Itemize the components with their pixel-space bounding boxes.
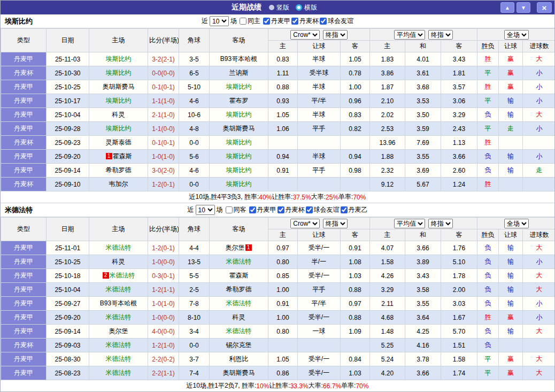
team-name: 科灵 — [233, 313, 245, 321]
goals-result-cell: 小 — [523, 297, 555, 311]
league-filter[interactable]: 球会友谊 — [306, 205, 340, 214]
league-checkbox[interactable] — [263, 18, 270, 25]
layout-horizontal-radio[interactable]: 横版 — [296, 3, 317, 12]
odds-home-cell: 0.85 — [268, 269, 298, 283]
league-filter[interactable]: 丹麦甲 — [263, 17, 290, 26]
sub-avg-draw: 和 — [405, 229, 441, 241]
avg-home-cell: 4.20 — [370, 366, 405, 380]
odds-home-cell: 1.06 — [268, 122, 298, 136]
odds-stage-select[interactable]: 终指 — [323, 219, 348, 228]
away-team-cell: 奥胡斯费马 — [210, 366, 268, 380]
score-cell: 0-1(0-1) — [148, 136, 179, 150]
corner-cell: 4-4 — [179, 241, 210, 255]
odds-home-cell: 0.97 — [268, 241, 298, 255]
bookmaker-select[interactable]: Crow* — [290, 30, 320, 40]
result-cell: 负 — [477, 283, 499, 297]
avg-away-cell: 2.60 — [441, 164, 477, 178]
team-name: B93哥本哈根 — [220, 55, 257, 63]
summary-stat-value: 66.7% — [323, 382, 341, 390]
handicap-result-cell — [499, 136, 523, 150]
result-cell: 平 — [477, 66, 499, 80]
odds-stage-select[interactable]: 终指 — [323, 30, 348, 40]
league-filter[interactable]: 丹麦甲 — [249, 205, 276, 214]
avg-home-cell: 2.02 — [370, 108, 405, 122]
home-team-cell: 埃斯比约 — [89, 52, 148, 66]
sub-goals: 进球数 — [523, 41, 555, 52]
close-button[interactable]: × — [537, 2, 552, 13]
sub-odds-line: 让球 — [298, 41, 341, 52]
same-side-checkbox[interactable] — [240, 18, 246, 25]
team-name: 埃斯比约 — [226, 83, 252, 90]
match-row: 丹麦甲25-10-04科灵2-1(1-0)10-6埃斯比约1.05半球0.832… — [1, 108, 555, 122]
corner-cell: 3-7 — [179, 352, 210, 366]
score-cell: 0-3(0-1) — [148, 269, 179, 283]
layout-vertical-radio[interactable]: 竖版 — [269, 3, 289, 12]
recent-count-select[interactable]: 10 — [196, 205, 215, 215]
same-side-checkbox[interactable] — [226, 206, 233, 213]
avg-select-group: 平均值 终指 — [370, 218, 477, 229]
team-name: 米德法特 — [106, 341, 132, 349]
type-cell: 丹麦甲 — [1, 164, 47, 178]
odds-line-cell: 一球 — [298, 325, 341, 339]
handicap-result-cell: 赢 — [499, 80, 523, 94]
team-name: 埃斯比约 — [226, 180, 252, 188]
odds-away-cell: 1.03 — [341, 269, 370, 283]
league-filter[interactable]: 球会友谊 — [320, 17, 353, 26]
type-cell: 丹麦甲 — [1, 283, 47, 297]
team-title: 埃斯比约 — [5, 17, 33, 26]
team-name: 埃斯比约 — [106, 125, 132, 132]
score-cell: 1-1(1-0) — [148, 94, 179, 108]
avg-draw-cell: 7.69 — [405, 136, 441, 150]
league-checkbox[interactable] — [291, 18, 298, 25]
recent-count-select[interactable]: 10 — [210, 16, 229, 26]
average-select[interactable]: 平均值 — [394, 219, 425, 228]
league-checkbox[interactable] — [249, 206, 256, 213]
summary-stat-value: 25% — [326, 194, 338, 201]
odds-away-cell: 0.96 — [341, 94, 370, 108]
sub-avg-away: 客 — [441, 41, 477, 52]
fulltime-select[interactable]: 全场 — [504, 30, 529, 40]
type-cell: 丹麦甲 — [1, 325, 47, 339]
average-select[interactable]: 平均值 — [394, 30, 425, 40]
league-checkbox[interactable] — [341, 206, 348, 213]
league-checkbox[interactable] — [320, 18, 327, 25]
goals-result-cell — [523, 178, 555, 191]
topbar: 近期战绩 竖版 横版 ▲ ▼ × — [1, 1, 554, 14]
avg-home-cell: 4.68 — [370, 311, 405, 325]
avg-stage-select[interactable]: 终指 — [428, 219, 453, 228]
goals-result-cell: 小 — [523, 94, 555, 108]
score-cell: 2-2(1-1) — [148, 366, 179, 380]
league-filter[interactable]: 丹麦杯 — [278, 205, 305, 214]
league-filters: 丹麦甲丹麦杯球会友谊 — [262, 17, 353, 26]
type-cell: 丹麦甲 — [1, 122, 47, 136]
topbar-buttons: ▲ ▼ × — [498, 2, 552, 13]
same-side-filter[interactable]: 同客 — [226, 205, 246, 214]
match-row: 丹麦杯25-09-10韦加尔1-2(0-1)0-0埃斯比约9.125.671.2… — [1, 178, 555, 191]
bookmaker-select[interactable]: Crow* — [290, 219, 320, 228]
date-cell: 25-10-04 — [47, 108, 89, 122]
handicap-result-cell — [499, 178, 523, 191]
league-checkbox[interactable] — [278, 206, 284, 213]
team-name: 米德法特 — [106, 355, 132, 363]
league-checkbox[interactable] — [306, 206, 313, 213]
move-down-button[interactable]: ▼ — [517, 2, 530, 13]
league-filter[interactable]: 丹麦杯 — [291, 17, 319, 26]
fulltime-select[interactable]: 全场 — [504, 219, 529, 228]
result-cell: 负 — [477, 339, 499, 352]
home-team-cell: 科灵 — [89, 108, 148, 122]
same-side-filter[interactable]: 同主 — [240, 17, 260, 26]
odds-line-cell: 半球 — [298, 80, 341, 94]
odds-away-cell: 1.03 — [341, 366, 370, 380]
match-row: 丹麦杯25-10-30埃斯比约0-0(0-0)6-5兰讷斯1.11受半球0.78… — [1, 66, 555, 80]
rank-badge: 2 — [103, 272, 109, 279]
avg-away-cell: 5.10 — [441, 255, 477, 269]
avg-home-cell: 2.53 — [370, 122, 405, 136]
league-filter[interactable]: 丹麦乙 — [341, 205, 368, 214]
move-up-button[interactable]: ▲ — [500, 2, 514, 13]
goals-result-cell: 大 — [523, 108, 555, 122]
avg-draw-cell: 3.59 — [405, 122, 441, 136]
match-row: 丹麦甲25-10-17埃斯比约1-1(1-0)4-6霍布罗0.93平/半0.96… — [1, 94, 555, 108]
match-row: 丹麦甲25-08-30米德法特2-2(0-2)3-7利恩比1.05受半/一0.8… — [1, 352, 555, 366]
avg-stage-select[interactable]: 终指 — [428, 30, 453, 40]
away-team-cell: 米德法特 — [210, 255, 268, 269]
